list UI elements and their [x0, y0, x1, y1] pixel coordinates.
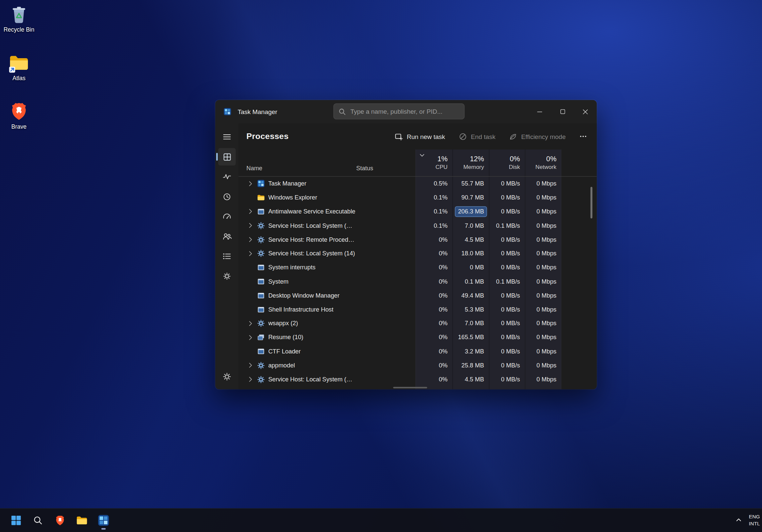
sidebar-item-processes[interactable] [218, 148, 236, 166]
minimize-button[interactable] [528, 100, 551, 123]
sidebar-item-performance[interactable] [218, 168, 236, 186]
show-hidden-icons-button[interactable] [735, 516, 742, 525]
table-row[interactable]: Desktop Window Manager 0% 49.4 MB 0 MB/s… [239, 289, 597, 303]
table-row[interactable]: Resume (10) 0% 165.5 MB 0 MB/s 0 Mbps [239, 331, 597, 344]
expand-chevron-icon[interactable] [248, 223, 253, 228]
table-row[interactable]: Antimalware Service Executable 0.1% 206.… [239, 204, 597, 218]
process-memory: 206.3 MB [453, 208, 489, 215]
desktop-icon-label: Atlas [12, 75, 25, 82]
expand-chevron-icon[interactable] [248, 181, 253, 186]
process-name: Windows Explorer [268, 194, 317, 201]
table-row[interactable]: System 0% 0.1 MB 0.1 MB/s 0 Mbps [239, 275, 597, 289]
process-cpu: 0% [416, 320, 453, 327]
sidebar-item-startup-apps[interactable] [218, 208, 236, 225]
window-icon [257, 208, 265, 215]
horizontal-scrollbar[interactable] [393, 387, 427, 388]
window-icon [257, 292, 265, 299]
process-name-cell: appmodel [246, 361, 356, 369]
language-indicator[interactable]: ENG INTL [749, 514, 760, 527]
windows-logo-icon [10, 514, 22, 526]
column-header-network[interactable]: 0% Network [525, 150, 561, 176]
sidebar-item-users[interactable] [218, 228, 236, 245]
table-row[interactable]: Service Host: Local System (14) 0% 18.0 … [239, 247, 597, 261]
settings-button[interactable] [218, 368, 236, 386]
vertical-scrollbar[interactable] [590, 187, 592, 218]
process-network: 0 Mbps [525, 278, 561, 285]
search-box[interactable] [333, 103, 465, 119]
sidebar-item-app-history[interactable] [218, 188, 236, 205]
process-memory: 0.1 MB [453, 278, 489, 285]
process-name-cell: System [246, 278, 356, 285]
expand-chevron-icon[interactable] [248, 363, 253, 368]
process-network: 0 Mbps [525, 250, 561, 257]
table-row[interactable]: Task Manager 0.5% 55.7 MB 0 MB/s 0 Mbps [239, 177, 597, 191]
expand-chevron-icon[interactable] [248, 251, 253, 256]
table-row[interactable]: CTF Loader 0% 3.2 MB 0 MB/s 0 Mbps [239, 344, 597, 358]
expand-chevron-icon[interactable] [248, 321, 253, 326]
process-cpu: 0% [416, 376, 453, 383]
menu-button[interactable] [218, 128, 236, 146]
end-task-button[interactable]: End task [459, 132, 495, 141]
desktop-icon-atlas[interactable]: Atlas [3, 53, 35, 82]
column-header-disk[interactable]: 0% Disk [489, 150, 525, 176]
taskbar-file-explorer-button[interactable] [72, 511, 91, 530]
run-new-task-button[interactable]: Run new task [395, 132, 445, 141]
maximize-button[interactable] [551, 100, 574, 123]
process-cpu: 0% [416, 250, 453, 257]
users-icon [222, 231, 232, 241]
search-input[interactable] [349, 107, 459, 116]
process-name-cell: Service Host: Remote Procedu… [246, 236, 356, 243]
taskbar-brave-button[interactable] [50, 511, 69, 530]
expand-chevron-icon[interactable] [248, 209, 253, 214]
processes-icon [222, 152, 232, 162]
efficiency-mode-button[interactable]: Efficiency mode [509, 132, 566, 141]
desktop-icon-label: Brave [11, 124, 27, 130]
column-header-name[interactable]: Name [246, 150, 356, 176]
table-row[interactable]: Shell Infrastructure Host 0% 5.3 MB 0 MB… [239, 303, 597, 317]
table-header: Name Status 1% CPU 12% Memory 0% Disk [239, 150, 597, 177]
task-manager-icon [257, 180, 265, 188]
window-icon [257, 264, 265, 271]
desktop-icon-brave[interactable]: Brave [3, 101, 35, 131]
table-row[interactable]: Service Host: Local System (Ne… 0.1% 7.0… [239, 219, 597, 233]
process-network: 0 Mbps [525, 264, 561, 271]
process-network: 0 Mbps [525, 180, 561, 187]
table-row[interactable]: Service Host: Remote Procedu… 0% 4.5 MB … [239, 233, 597, 247]
process-disk: 0 MB/s [489, 264, 525, 271]
run-new-task-label: Run new task [407, 133, 445, 140]
task-manager-icon [98, 514, 109, 526]
process-name-cell: Service Host: Local System (Ne… [246, 222, 356, 229]
process-network: 0 Mbps [525, 194, 561, 201]
brave-icon [54, 514, 66, 526]
table-row[interactable]: System interrupts 0% 0 MB 0 MB/s 0 Mbps [239, 261, 597, 275]
sidebar-item-services[interactable] [218, 267, 236, 285]
more-options-button[interactable] [579, 133, 587, 140]
table-row[interactable]: wsappx (2) 0% 7.0 MB 0 MB/s 0 Mbps [239, 317, 597, 331]
windows-stack-icon [257, 333, 265, 341]
process-name-cell: Service Host: Local System (14) [246, 250, 356, 257]
table-row[interactable]: Windows Explorer 0.1% 90.7 MB 0 MB/s 0 M… [239, 191, 597, 204]
process-disk: 0.1 MB/s [489, 222, 525, 229]
sidebar-item-details[interactable] [218, 248, 236, 265]
expand-chevron-icon[interactable] [248, 377, 253, 382]
table-row[interactable]: Service Host: Local System (Ne… 0% 4.5 M… [239, 372, 597, 386]
new-task-icon [395, 132, 403, 141]
process-cpu: 0% [416, 362, 453, 369]
close-button[interactable] [574, 100, 597, 123]
gear-icon [257, 236, 265, 243]
taskbar-search-button[interactable] [28, 511, 48, 530]
start-button[interactable] [6, 511, 26, 530]
process-network: 0 Mbps [525, 348, 561, 355]
column-header-status[interactable]: Status [356, 150, 416, 176]
process-name: Desktop Window Manager [268, 292, 339, 299]
column-header-memory[interactable]: 12% Memory [453, 150, 489, 176]
expand-chevron-icon[interactable] [248, 335, 253, 340]
folder-shortcut-icon [8, 53, 30, 74]
taskbar-task-manager-button[interactable] [94, 511, 113, 530]
process-cpu: 0% [416, 348, 453, 355]
title-bar[interactable]: Task Manager [215, 100, 597, 123]
table-row[interactable]: appmodel 0% 25.8 MB 0 MB/s 0 Mbps [239, 358, 597, 372]
desktop-icon-recycle-bin[interactable]: Recycle Bin [3, 4, 35, 34]
process-cpu: 0% [416, 292, 453, 299]
expand-chevron-icon[interactable] [248, 237, 253, 242]
